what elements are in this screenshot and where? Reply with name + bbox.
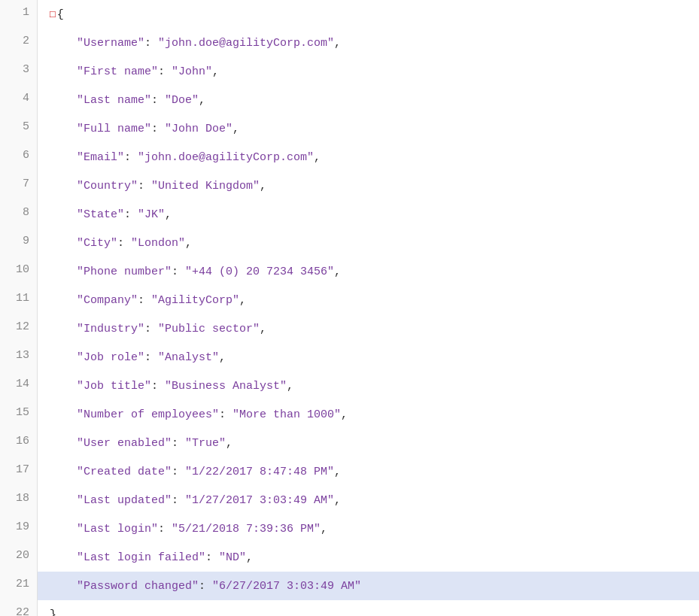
code-line: 1□{ — [0, 0, 699, 29]
field-comma: , — [212, 65, 219, 78]
line-number: 15 — [0, 400, 38, 429]
field-colon: : — [124, 151, 138, 164]
line-number: 14 — [0, 372, 38, 400]
field-value: "5/21/2018 7:39:36 PM" — [172, 523, 321, 536]
field-key: "Last login" — [77, 523, 158, 536]
field-colon: : — [144, 37, 158, 50]
field-comma: , — [334, 266, 341, 278]
line-number: 18 — [0, 486, 38, 514]
line-content: "Number of employees": "More than 1000", — [38, 400, 699, 429]
field-value: "john.doe@agilityCorp.com" — [138, 151, 314, 164]
line-content: "Company": "AgilityCorp", — [38, 286, 699, 314]
field-colon: : — [172, 494, 185, 507]
code-line: 10 "Phone number": "+44 (0) 20 7234 3456… — [0, 257, 699, 286]
field-key: "Number of employees" — [77, 408, 219, 421]
field-value: "AgilityCorp" — [151, 294, 239, 307]
line-content: "Username": "john.doe@agilityCorp.com", — [38, 29, 699, 57]
code-line: 4 "Last name": "Doe", — [0, 86, 699, 114]
field-value: "True" — [185, 437, 226, 450]
field-colon: : — [124, 208, 138, 221]
field-key: "State" — [77, 208, 124, 221]
indent — [50, 494, 77, 507]
field-value: "Business Analyst" — [165, 380, 287, 393]
collapse-icon[interactable]: □ — [50, 9, 56, 20]
field-colon: : — [151, 94, 165, 107]
field-value: "ND" — [219, 551, 246, 564]
line-content: "Last login failed": "ND", — [38, 543, 699, 572]
field-colon: : — [205, 551, 219, 564]
line-number: 17 — [0, 457, 38, 486]
code-line: 8 "State": "JK", — [0, 200, 699, 229]
field-value: "Analyst" — [158, 351, 219, 364]
field-colon: : — [158, 523, 172, 536]
line-number: 20 — [0, 543, 38, 572]
line-content: "State": "JK", — [38, 200, 699, 229]
indent — [50, 237, 77, 250]
field-colon: : — [144, 323, 158, 335]
field-comma: , — [165, 208, 172, 221]
line-number: 19 — [0, 514, 38, 543]
indent — [50, 294, 77, 307]
field-key: "Job role" — [77, 351, 144, 364]
line-content: } — [38, 600, 699, 616]
line-content: "First name": "John", — [38, 57, 699, 86]
indent — [50, 408, 77, 421]
code-line: 16 "User enabled": "True", — [0, 429, 699, 457]
indent — [50, 37, 77, 50]
close-brace: } — [50, 608, 56, 617]
indent — [50, 351, 77, 364]
field-comma: , — [239, 294, 246, 307]
line-number: 9 — [0, 229, 38, 257]
field-key: "Full name" — [77, 123, 151, 135]
field-value: "More than 1000" — [232, 408, 341, 421]
line-content: "Last updated": "1/27/2017 3:03:49 AM", — [38, 486, 699, 514]
code-line: 13 "Job role": "Analyst", — [0, 343, 699, 372]
code-line: 18 "Last updated": "1/27/2017 3:03:49 AM… — [0, 486, 699, 514]
code-line: 5 "Full name": "John Doe", — [0, 114, 699, 143]
code-line: 19 "Last login": "5/21/2018 7:39:36 PM", — [0, 514, 699, 543]
field-comma: , — [321, 523, 327, 536]
line-content: □{ — [38, 0, 699, 29]
field-colon: : — [138, 294, 151, 307]
field-colon: : — [138, 180, 151, 193]
field-value: "+44 (0) 20 7234 3456" — [185, 266, 334, 278]
field-colon: : — [219, 408, 232, 421]
line-content: "Password changed": "6/27/2017 3:03:49 A… — [38, 572, 699, 600]
field-key: "Last name" — [77, 94, 151, 107]
line-number: 11 — [0, 286, 38, 314]
indent — [50, 523, 77, 536]
field-comma: , — [341, 408, 348, 421]
field-key: "Password changed" — [77, 580, 199, 593]
indent — [50, 65, 77, 78]
field-value: "JK" — [138, 208, 165, 221]
line-content: "Created date": "1/22/2017 8:47:48 PM", — [38, 457, 699, 486]
field-colon: : — [151, 123, 165, 135]
field-comma: , — [314, 151, 321, 164]
field-key: "Phone number" — [77, 266, 172, 278]
code-line: 21 "Password changed": "6/27/2017 3:03:4… — [0, 572, 699, 600]
field-value: "Public sector" — [158, 323, 260, 335]
line-number: 13 — [0, 343, 38, 372]
field-key: "Email" — [77, 151, 124, 164]
field-comma: , — [260, 323, 266, 335]
indent — [50, 437, 77, 450]
open-brace: { — [57, 8, 64, 21]
line-number: 16 — [0, 429, 38, 457]
code-line: 15 "Number of employees": "More than 100… — [0, 400, 699, 429]
line-number: 6 — [0, 143, 38, 171]
line-number: 21 — [0, 572, 38, 600]
field-comma: , — [334, 37, 341, 50]
field-comma: , — [199, 94, 205, 107]
code-line: 11 "Company": "AgilityCorp", — [0, 286, 699, 314]
field-colon: : — [144, 351, 158, 364]
field-value: "John Doe" — [165, 123, 232, 135]
field-comma: , — [185, 237, 192, 250]
field-value: "Doe" — [165, 94, 199, 107]
field-key: "Country" — [77, 180, 138, 193]
field-key: "Industry" — [77, 323, 144, 335]
line-content: "Email": "john.doe@agilityCorp.com", — [38, 143, 699, 171]
line-content: "Industry": "Public sector", — [38, 314, 699, 343]
field-key: "User enabled" — [77, 437, 172, 450]
line-content: "Country": "United Kingdom", — [38, 171, 699, 200]
field-colon: : — [151, 380, 165, 393]
